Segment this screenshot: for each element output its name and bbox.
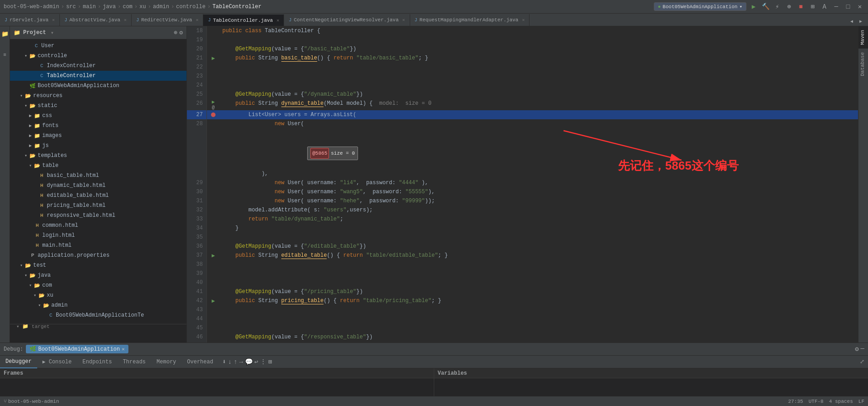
- breakpoint-icon: [211, 113, 216, 117]
- tab-requestmapping[interactable]: J RequestMappingHandlerAdapter.java ✕: [410, 14, 530, 26]
- restore-icon[interactable]: ↩: [255, 358, 258, 366]
- debug-tab-overhead[interactable]: Overhead: [181, 356, 219, 368]
- sidebar-item-test-xu[interactable]: ▾ 📂 xu: [10, 290, 186, 300]
- more-icon[interactable]: ⋮: [260, 358, 266, 366]
- close-tab-icon[interactable]: ✕: [52, 17, 55, 23]
- step-over-icon[interactable]: ⬇: [222, 358, 226, 366]
- step-out-icon[interactable]: ↑: [234, 358, 237, 366]
- translate-button[interactable]: A: [820, 2, 829, 11]
- sidebar-item-test-com[interactable]: ▾ 📂 com: [10, 280, 186, 290]
- code-scroll-area[interactable]: 18 public class TableController { 19 20 …: [187, 26, 858, 342]
- close-tab-icon[interactable]: ✕: [402, 17, 405, 23]
- tab-contentnegotiating[interactable]: J ContentNegotiatingViewResolver.java ✕: [284, 14, 410, 26]
- debug-tab-memory[interactable]: Memory: [151, 356, 181, 368]
- structure-icon[interactable]: ≡: [1, 51, 9, 59]
- stop-button[interactable]: ■: [796, 2, 805, 11]
- project-icon[interactable]: 📁: [1, 30, 9, 38]
- dropdown-icon[interactable]: ▾: [50, 29, 54, 36]
- sidebar-item-controlle[interactable]: ▾ 📂 controlle: [10, 51, 186, 61]
- run-to-cursor-icon[interactable]: →: [239, 358, 243, 366]
- debug-tab-threads[interactable]: Threads: [118, 356, 151, 368]
- frames-content: [0, 378, 434, 396]
- side-tab-maven[interactable]: Maven: [858, 26, 868, 49]
- code-line: 20 @GetMapping(value = {"/basic_table"}): [187, 44, 858, 54]
- sidebar-item-tablecontroller[interactable]: C TableController: [10, 71, 186, 81]
- sidebar-icon-1[interactable]: ⊕: [174, 29, 177, 36]
- debug-tab-debugger[interactable]: Debugger: [0, 356, 37, 368]
- sidebar-item-test-admin[interactable]: ▾ 📂 admin: [10, 300, 186, 310]
- debug-tab-endpoints[interactable]: Endpoints: [77, 356, 118, 368]
- sidebar-item-bootapp[interactable]: 🌿 Boot05WebAdminApplication: [10, 81, 186, 91]
- close-debug-panel-icon[interactable]: ─: [861, 345, 864, 353]
- grid-icon[interactable]: ⊞: [268, 358, 272, 366]
- run-gutter-icon: ▶: [212, 99, 215, 105]
- sidebar-item-static[interactable]: ▾ 📂 static: [10, 101, 186, 111]
- evaluate-icon[interactable]: 💬: [245, 358, 253, 366]
- maximize-button[interactable]: □: [843, 2, 853, 11]
- debug-tab-console[interactable]: ▶ Console: [37, 356, 77, 368]
- sidebar-item-css[interactable]: ▶ 📁 css: [10, 111, 186, 121]
- tab-rservlet[interactable]: J rServlet.java ✕: [0, 14, 60, 26]
- line-content: [220, 81, 858, 90]
- profile-button[interactable]: ⚡: [773, 2, 782, 11]
- tree-item-label: static: [38, 103, 57, 109]
- tab-tablecontroller[interactable]: J TableController.java ✕: [203, 14, 284, 26]
- html-icon: H: [34, 243, 41, 248]
- sidebar-item-fonts[interactable]: ▶ 📁 fonts: [10, 121, 186, 131]
- arrow-icon: ▾: [27, 163, 34, 168]
- run-button[interactable]: ▶: [749, 2, 758, 11]
- tab-scroll-right[interactable]: ▶: [856, 17, 865, 26]
- terminal-button[interactable]: ⊞: [808, 2, 817, 11]
- sidebar-item-indexcontroller[interactable]: C IndexController: [10, 61, 186, 71]
- line-number: 22: [187, 63, 207, 72]
- sidebar-item-test-java[interactable]: ▾ 📂 java: [10, 270, 186, 280]
- java-icon: J: [5, 18, 7, 23]
- sidebar-item-pricing-table[interactable]: H pricing_table.html: [10, 201, 186, 210]
- line-number: 24: [187, 81, 207, 90]
- coverage-button[interactable]: ⊕: [785, 2, 794, 11]
- close-tab-icon[interactable]: ✕: [522, 17, 525, 23]
- tree-item-label: images: [42, 132, 62, 139]
- sidebar-item-test[interactable]: ▾ 📂 test: [10, 260, 186, 270]
- sidebar-item-user[interactable]: C User: [10, 41, 186, 51]
- close-tab-icon[interactable]: ✕: [124, 17, 127, 23]
- minimize-button[interactable]: ─: [832, 2, 841, 11]
- sidebar-item-templates[interactable]: ▾ 📂 templates: [10, 151, 186, 161]
- sidebar-item-properties[interactable]: P application.properties: [10, 250, 186, 260]
- sidebar-item-dynamic-table[interactable]: H dynamic_table.html: [10, 181, 186, 191]
- run-config[interactable]: ● Boot05WebAdminApplication ▾: [654, 2, 746, 11]
- expand-icon[interactable]: ⤢: [860, 358, 864, 365]
- sidebar-item-js[interactable]: ▶ 📁 js: [10, 141, 186, 151]
- sidebar-item-editable-table[interactable]: H editable_table.html: [10, 191, 186, 201]
- debug-settings-icon[interactable]: ⚙: [855, 345, 858, 353]
- build-button[interactable]: 🔨: [761, 2, 770, 11]
- tab-abstractview[interactable]: J AbstractView.java ✕: [60, 14, 132, 26]
- tab-label: rServlet.java: [10, 17, 49, 23]
- sidebar-item-images[interactable]: ▶ 📁 images: [10, 131, 186, 141]
- class-icon: C: [33, 43, 40, 49]
- close-button[interactable]: ✕: [855, 2, 864, 11]
- close-tab-icon[interactable]: ✕: [196, 17, 198, 23]
- sidebar-item-login[interactable]: H login.html: [10, 230, 186, 240]
- sidebar-item-responsive-table[interactable]: H responsive_table.html: [10, 210, 186, 220]
- debug-app-label[interactable]: 🌿 Boot05WebAdminApplication ✕: [26, 345, 128, 353]
- side-tab-database[interactable]: Database: [858, 49, 868, 80]
- sidebar-icon-2[interactable]: ⚙: [179, 29, 183, 36]
- close-tab-icon[interactable]: ✕: [276, 18, 279, 23]
- sidebar-item-common[interactable]: H common.html: [10, 220, 186, 230]
- sidebar-item-basic-table[interactable]: H basic_table.html: [10, 171, 186, 181]
- line-gutter: [207, 233, 220, 242]
- debug-toolbar-right: ⚙ ─: [855, 345, 864, 353]
- code-line: 18 public class TableController {: [187, 26, 858, 35]
- tab-redirectview[interactable]: J RedirectView.java ✕: [132, 14, 203, 26]
- code-line: 45: [187, 323, 858, 333]
- code-line-28: 28 new User( @5865 size = 0 ),: [187, 119, 858, 178]
- sidebar-item-table[interactable]: ▾ 📂 table: [10, 161, 186, 171]
- step-into-icon[interactable]: ↓: [228, 358, 231, 366]
- line-content: [220, 278, 858, 287]
- sidebar-item-main-html[interactable]: H main.html: [10, 240, 186, 250]
- close-debug-icon[interactable]: ✕: [122, 346, 125, 352]
- tab-scroll-left[interactable]: ◀: [847, 17, 856, 26]
- sidebar-item-resources[interactable]: ▾ 📂 resources: [10, 91, 186, 101]
- sidebar-item-test-app[interactable]: C Boot05WebAdminApplicationTe: [10, 310, 186, 320]
